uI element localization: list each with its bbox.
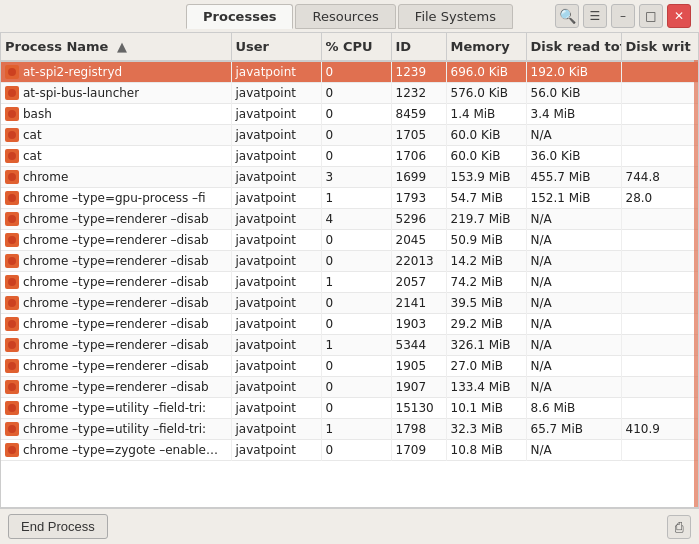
- cell-name: cat: [1, 146, 231, 167]
- col-header-memory[interactable]: Memory: [446, 33, 526, 61]
- search-icon[interactable]: 🔍: [555, 4, 579, 28]
- cell-name: chrome –type=renderer –disab: [1, 272, 231, 293]
- cell-disk-write: [621, 272, 699, 293]
- table-row[interactable]: chrome –type=renderer –disab javatpoint …: [1, 335, 699, 356]
- table-row[interactable]: chrome –type=renderer –disab javatpoint …: [1, 209, 699, 230]
- table-row[interactable]: chrome –type=renderer –disab javatpoint …: [1, 272, 699, 293]
- cell-name: cat: [1, 125, 231, 146]
- maximize-button[interactable]: □: [639, 4, 663, 28]
- cell-id: 1709: [391, 440, 446, 461]
- col-header-id[interactable]: ID: [391, 33, 446, 61]
- cell-name: chrome –type=renderer –disab: [1, 335, 231, 356]
- cell-user: javatpoint: [231, 230, 321, 251]
- cell-disk-write: [621, 335, 699, 356]
- cell-disk-write: [621, 61, 699, 83]
- cell-user: javatpoint: [231, 83, 321, 104]
- tab-processes[interactable]: Processes: [186, 4, 293, 29]
- cell-user: javatpoint: [231, 377, 321, 398]
- minimize-button[interactable]: –: [611, 4, 635, 28]
- cell-memory: 133.4 MiB: [446, 377, 526, 398]
- cell-id: 1705: [391, 125, 446, 146]
- table-row[interactable]: cat javatpoint 0 1706 60.0 KiB 36.0 KiB: [1, 146, 699, 167]
- cell-memory: 29.2 MiB: [446, 314, 526, 335]
- cell-user: javatpoint: [231, 272, 321, 293]
- cell-disk-read: N/A: [526, 230, 621, 251]
- cell-memory: 60.0 KiB: [446, 146, 526, 167]
- cell-user: javatpoint: [231, 61, 321, 83]
- process-icon: [5, 233, 19, 247]
- cell-disk-read: N/A: [526, 377, 621, 398]
- cell-id: 5344: [391, 335, 446, 356]
- cell-disk-write: [621, 356, 699, 377]
- cell-user: javatpoint: [231, 398, 321, 419]
- col-header-disk-read[interactable]: Disk read tota: [526, 33, 621, 61]
- footer: End Process ⎙: [0, 508, 699, 544]
- table-row[interactable]: chrome –type=utility –field-tri: javatpo…: [1, 398, 699, 419]
- cell-user: javatpoint: [231, 167, 321, 188]
- table-row[interactable]: chrome javatpoint 3 1699 153.9 MiB 455.7…: [1, 167, 699, 188]
- cell-disk-read: N/A: [526, 209, 621, 230]
- table-row[interactable]: chrome –type=utility –field-tri: javatpo…: [1, 419, 699, 440]
- tab-resources[interactable]: Resources: [295, 4, 395, 29]
- cell-id: 1699: [391, 167, 446, 188]
- process-icon: [5, 86, 19, 100]
- table-row[interactable]: chrome –type=renderer –disab javatpoint …: [1, 293, 699, 314]
- cell-memory: 153.9 MiB: [446, 167, 526, 188]
- table-row[interactable]: chrome –type=renderer –disab javatpoint …: [1, 314, 699, 335]
- cell-memory: 10.8 MiB: [446, 440, 526, 461]
- cell-cpu: 3: [321, 167, 391, 188]
- table-row[interactable]: chrome –type=renderer –disab javatpoint …: [1, 356, 699, 377]
- cell-memory: 14.2 MiB: [446, 251, 526, 272]
- menu-icon[interactable]: ☰: [583, 4, 607, 28]
- process-icon: [5, 170, 19, 184]
- close-button[interactable]: ✕: [667, 4, 691, 28]
- col-header-disk-write[interactable]: Disk writ: [621, 33, 699, 61]
- table-row[interactable]: chrome –type=renderer –disab javatpoint …: [1, 230, 699, 251]
- cell-disk-write: [621, 440, 699, 461]
- process-icon: [5, 443, 19, 457]
- table-row[interactable]: at-spi-bus-launcher javatpoint 0 1232 57…: [1, 83, 699, 104]
- cell-name: chrome –type=renderer –disab: [1, 314, 231, 335]
- cell-user: javatpoint: [231, 251, 321, 272]
- table-row[interactable]: cat javatpoint 0 1705 60.0 KiB N/A: [1, 125, 699, 146]
- col-header-user[interactable]: User: [231, 33, 321, 61]
- process-table-container[interactable]: Process Name ▲ User % CPU ID Memory Disk…: [0, 32, 699, 508]
- process-icon: [5, 254, 19, 268]
- end-process-button[interactable]: End Process: [8, 514, 108, 539]
- cell-user: javatpoint: [231, 146, 321, 167]
- nav-tabs: Processes Resources File Systems: [186, 4, 513, 29]
- cell-disk-write: 410.9: [621, 419, 699, 440]
- table-row[interactable]: chrome –type=renderer –disab javatpoint …: [1, 377, 699, 398]
- cell-name: chrome –type=renderer –disab: [1, 293, 231, 314]
- cell-disk-read: N/A: [526, 314, 621, 335]
- cell-id: 1903: [391, 314, 446, 335]
- cell-disk-read: N/A: [526, 251, 621, 272]
- table-row[interactable]: chrome –type=zygote –enable-javatpoint j…: [1, 440, 699, 461]
- cell-id: 1239: [391, 61, 446, 83]
- cell-user: javatpoint: [231, 125, 321, 146]
- process-icon: [5, 275, 19, 289]
- table-row[interactable]: bash javatpoint 0 8459 1.4 MiB 3.4 MiB: [1, 104, 699, 125]
- cell-cpu: 4: [321, 209, 391, 230]
- col-header-cpu[interactable]: % CPU: [321, 33, 391, 61]
- cell-id: 2141: [391, 293, 446, 314]
- table-row[interactable]: chrome –type=renderer –disab javatpoint …: [1, 251, 699, 272]
- cell-memory: 39.5 MiB: [446, 293, 526, 314]
- cell-user: javatpoint: [231, 293, 321, 314]
- cell-cpu: 0: [321, 125, 391, 146]
- table-row[interactable]: at-spi2-registryd javatpoint 0 1239 696.…: [1, 61, 699, 83]
- tab-filesystems[interactable]: File Systems: [398, 4, 513, 29]
- screenshot-icon[interactable]: ⎙: [667, 515, 691, 539]
- cell-memory: 60.0 KiB: [446, 125, 526, 146]
- cell-name: chrome –type=renderer –disab: [1, 209, 231, 230]
- cell-memory: 74.2 MiB: [446, 272, 526, 293]
- process-icon: [5, 65, 19, 79]
- table-row[interactable]: chrome –type=gpu-process –fi javatpoint …: [1, 188, 699, 209]
- cell-user: javatpoint: [231, 335, 321, 356]
- cell-id: 1706: [391, 146, 446, 167]
- cell-memory: 10.1 MiB: [446, 398, 526, 419]
- cell-disk-read: N/A: [526, 272, 621, 293]
- cell-cpu: 1: [321, 272, 391, 293]
- col-header-name[interactable]: Process Name ▲: [1, 33, 231, 61]
- cell-disk-read: 3.4 MiB: [526, 104, 621, 125]
